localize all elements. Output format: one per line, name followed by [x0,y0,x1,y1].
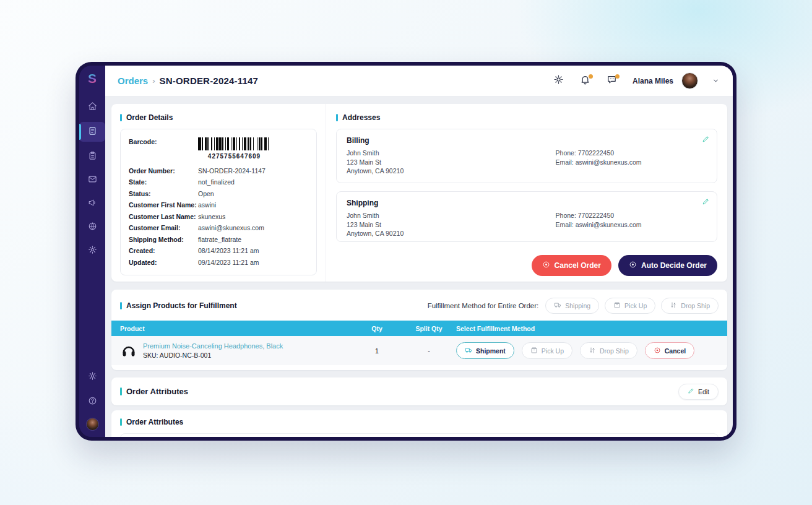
box-icon [613,301,621,310]
page-title: SN-ORDER-2024-1147 [160,76,259,86]
breadcrumb-orders-link[interactable]: Orders [118,76,148,86]
topbar: Orders › SN-ORDER-2024-1147 Alana Miles [105,66,733,97]
row-cancel-button[interactable]: Cancel [645,342,694,359]
home-icon [88,101,97,113]
sidebar: S [79,66,105,437]
help-icon [88,396,97,408]
page-content: Order Details Barcode: 4275755647609 Ord… [105,97,733,437]
entire-order-pickup-button[interactable]: Pick Up [605,298,655,314]
sidebar-item-settings[interactable] [79,242,105,259]
app-logo[interactable]: S [88,72,97,85]
sidebar-nav [79,98,105,259]
billing-address-lines: John Smith 123 Main St Anytown, CA 90210 [347,149,556,176]
billing-address-card: Billing John Smith 123 Main St Anytown, … [336,129,717,183]
pencil-icon [688,387,694,395]
row-method-buttons: Shipment Pick Up Drop Ship Cancel [456,342,719,359]
detail-row: Updated:09/14/2023 11:21 am [129,257,308,269]
breadcrumb-separator: › [152,76,155,85]
sidebar-item-help[interactable] [79,393,105,410]
pencil-icon [702,134,710,145]
order-actions: Cancel Order Auto Decide Order [336,255,717,276]
documents-icon [88,151,97,163]
user-name[interactable]: Alana Miles [633,77,673,85]
user-avatar[interactable] [681,72,698,89]
split-qty-value: - [402,347,456,355]
truck-icon [465,347,472,355]
truck-icon [554,301,561,310]
auto-decide-order-button[interactable]: Auto Decide Order [618,255,717,276]
qty-value: 1 [352,347,402,355]
order-overview-card: Order Details Barcode: 4275755647609 Ord… [111,104,727,282]
detail-row: Customer First Name:aswini [129,199,308,211]
entire-order-shipping-button[interactable]: Shipping [545,298,599,314]
orders-icon [88,126,97,138]
edit-attributes-button[interactable]: Edit [678,384,719,400]
product-image-headphones [120,342,137,360]
edit-billing-button[interactable] [702,134,710,143]
shipping-heading: Shipping [347,199,707,207]
transfer-arrows-icon [589,347,596,355]
shipping-address-card: Shipping John Smith 123 Main St Anytown,… [336,191,717,242]
barcode-label: Barcode: [129,136,198,163]
cancel-circle-icon [654,347,661,355]
breadcrumb: Orders › SN-ORDER-2024-1147 [118,76,258,86]
addresses-section: Addresses Billing John Smith 123 Main St… [326,104,727,282]
entire-order-label: Fulfillment Method for Entire Order: [428,302,539,309]
entire-order-methods: Fulfillment Method for Entire Order: Shi… [428,298,719,314]
theme-toggle-button[interactable] [553,75,565,87]
sidebar-item-documents[interactable] [79,148,105,165]
notifications-button[interactable] [579,75,592,87]
sidebar-item-orders[interactable] [79,122,105,142]
detail-row: Customer Email:aswini@skunexus.com [129,222,308,234]
row-pickup-button[interactable]: Pick Up [522,342,572,359]
edit-shipping-button[interactable] [702,197,710,205]
order-details-title: Order Details [120,113,317,122]
sidebar-item-web[interactable] [79,218,105,236]
messages-button[interactable] [606,75,618,87]
transfer-arrows-icon [670,301,677,310]
sidebar-item-preferences[interactable] [79,368,105,386]
sun-icon [553,74,564,87]
shipping-contact-lines: Phone: 7702222450 Email: aswini@skunexus… [556,211,642,238]
sidebar-item-mail[interactable] [79,171,105,189]
product-sku: SKU: AUDIO-NC-B-001 [143,351,283,360]
sidebar-footer [79,368,105,432]
detail-row: Order Number:SN-ORDER-2024-1147 [129,165,308,177]
settings-icon [88,245,97,257]
app-frame: S [79,66,733,437]
order-attributes-detail-card: Order Attributes [111,410,727,437]
messages-badge [615,74,620,79]
order-attributes-card: Order Attributes Edit [111,378,727,405]
cancel-circle-icon [542,261,550,270]
target-circle-icon [629,261,637,270]
billing-contact-lines: Phone: 7702222450 Email: aswini@skunexus… [556,149,642,176]
app-window: S [76,62,736,441]
detail-row: Customer Last Name:skunexus [129,211,308,223]
detail-row: Status:Open [129,188,308,200]
order-attributes-title: Order Attributes [120,387,188,396]
product-name-link[interactable]: Premium Noise-Canceling Headphones, Blac… [143,342,283,351]
announcements-icon [88,198,97,210]
row-shipment-button[interactable]: Shipment [456,342,514,359]
box-icon [530,347,538,355]
order-attributes-section-title: Order Attributes [120,418,719,426]
pencil-icon [702,197,710,207]
notification-badge [589,74,593,79]
web-icon [88,222,97,233]
shipping-address-lines: John Smith 123 Main St Anytown, CA 90210 [347,211,556,238]
barcode-image [198,137,270,150]
sidebar-item-home[interactable] [79,98,105,116]
products-table-header: Product Qty Split Qty Select Fulfillment… [111,321,727,336]
sidebar-item-announcements[interactable] [79,195,105,212]
detail-row: Shipping Method:flatrate_flatrate [129,234,308,246]
detail-row: State:not_finalized [129,176,308,188]
cancel-order-button[interactable]: Cancel Order [532,255,611,276]
attributes-panel [120,433,719,437]
entire-order-dropship-button[interactable]: Drop Ship [661,298,719,314]
topbar-actions: Alana Miles [553,72,719,89]
fulfillment-card: Assign Products for Fulfillment Fulfillm… [111,290,727,370]
chevron-down-icon[interactable] [712,77,719,84]
gear-icon [88,371,97,383]
row-dropship-button[interactable]: Drop Ship [580,342,637,359]
sidebar-profile-avatar[interactable] [86,418,99,431]
